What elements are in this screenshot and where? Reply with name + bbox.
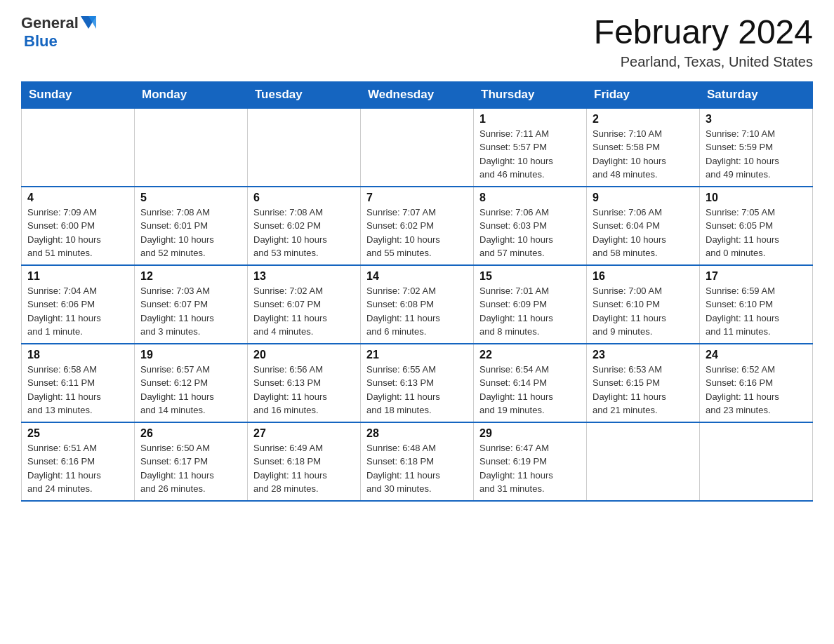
calendar-cell: 8Sunrise: 7:06 AM Sunset: 6:03 PM Daylig… (474, 187, 587, 265)
day-number: 9 (593, 192, 694, 204)
calendar-cell: 29Sunrise: 6:47 AM Sunset: 6:19 PM Dayli… (474, 422, 587, 501)
calendar-cell: 28Sunrise: 6:48 AM Sunset: 6:18 PM Dayli… (361, 422, 474, 501)
title-block: February 2024 Pearland, Texas, United St… (594, 14, 813, 70)
calendar-cell: 4Sunrise: 7:09 AM Sunset: 6:00 PM Daylig… (22, 187, 135, 265)
week-row-4: 18Sunrise: 6:58 AM Sunset: 6:11 PM Dayli… (22, 344, 813, 422)
logo: General Blue (21, 14, 96, 51)
calendar-cell: 2Sunrise: 7:10 AM Sunset: 5:58 PM Daylig… (587, 108, 700, 187)
calendar-cell: 20Sunrise: 6:56 AM Sunset: 6:13 PM Dayli… (248, 344, 361, 422)
day-header-friday: Friday (587, 81, 700, 108)
day-header-saturday: Saturday (700, 81, 813, 108)
calendar-cell: 14Sunrise: 7:02 AM Sunset: 6:08 PM Dayli… (361, 265, 474, 344)
day-number: 22 (479, 349, 581, 361)
week-row-5: 25Sunrise: 6:51 AM Sunset: 6:16 PM Dayli… (22, 422, 813, 501)
day-info: Sunrise: 7:06 AM Sunset: 6:04 PM Dayligh… (593, 206, 694, 260)
calendar-cell: 27Sunrise: 6:49 AM Sunset: 6:18 PM Dayli… (248, 422, 361, 501)
day-info: Sunrise: 7:07 AM Sunset: 6:02 PM Dayligh… (366, 206, 468, 260)
day-number: 18 (27, 349, 128, 361)
day-info: Sunrise: 6:55 AM Sunset: 6:13 PM Dayligh… (366, 363, 468, 417)
calendar-cell: 23Sunrise: 6:53 AM Sunset: 6:15 PM Dayli… (587, 344, 700, 422)
day-info: Sunrise: 6:48 AM Sunset: 6:18 PM Dayligh… (366, 441, 468, 496)
calendar-cell: 5Sunrise: 7:08 AM Sunset: 6:01 PM Daylig… (135, 187, 248, 265)
day-number: 2 (593, 113, 694, 126)
day-number: 13 (253, 270, 355, 283)
day-number: 12 (140, 270, 241, 283)
day-number: 27 (253, 427, 355, 440)
day-info: Sunrise: 7:10 AM Sunset: 5:58 PM Dayligh… (593, 127, 694, 182)
calendar-cell (361, 108, 474, 187)
day-info: Sunrise: 7:06 AM Sunset: 6:03 PM Dayligh… (479, 206, 581, 260)
calendar-cell: 21Sunrise: 6:55 AM Sunset: 6:13 PM Dayli… (361, 344, 474, 422)
day-number: 19 (140, 349, 241, 361)
day-number: 7 (366, 192, 468, 204)
day-number: 17 (706, 270, 807, 283)
calendar-cell: 25Sunrise: 6:51 AM Sunset: 6:16 PM Dayli… (22, 422, 135, 501)
day-info: Sunrise: 7:00 AM Sunset: 6:10 PM Dayligh… (593, 284, 694, 339)
day-number: 25 (27, 427, 128, 440)
day-info: Sunrise: 7:08 AM Sunset: 6:01 PM Dayligh… (140, 206, 241, 260)
day-number: 1 (479, 113, 581, 126)
calendar-cell: 15Sunrise: 7:01 AM Sunset: 6:09 PM Dayli… (474, 265, 587, 344)
day-number: 23 (593, 349, 694, 361)
day-number: 14 (366, 270, 468, 283)
day-number: 28 (366, 427, 468, 440)
calendar-cell: 7Sunrise: 7:07 AM Sunset: 6:02 PM Daylig… (361, 187, 474, 265)
calendar-cell (22, 108, 135, 187)
day-number: 5 (140, 192, 241, 204)
day-number: 20 (253, 349, 355, 361)
calendar-cell: 19Sunrise: 6:57 AM Sunset: 6:12 PM Dayli… (135, 344, 248, 422)
calendar-cell: 9Sunrise: 7:06 AM Sunset: 6:04 PM Daylig… (587, 187, 700, 265)
calendar-cell (135, 108, 248, 187)
day-number: 26 (140, 427, 241, 440)
day-number: 4 (27, 192, 128, 204)
page-header: General Blue February 2024 Pearland, Tex… (21, 14, 813, 70)
week-row-2: 4Sunrise: 7:09 AM Sunset: 6:00 PM Daylig… (22, 187, 813, 265)
day-info: Sunrise: 6:50 AM Sunset: 6:17 PM Dayligh… (140, 441, 241, 496)
day-number: 6 (253, 192, 355, 204)
day-number: 11 (27, 270, 128, 283)
day-info: Sunrise: 6:49 AM Sunset: 6:18 PM Dayligh… (253, 441, 355, 496)
day-info: Sunrise: 6:51 AM Sunset: 6:16 PM Dayligh… (27, 441, 128, 496)
day-info: Sunrise: 6:54 AM Sunset: 6:14 PM Dayligh… (479, 363, 581, 417)
day-header-sunday: Sunday (22, 81, 135, 108)
calendar-cell (587, 422, 700, 501)
day-info: Sunrise: 7:11 AM Sunset: 5:57 PM Dayligh… (479, 127, 581, 182)
week-row-1: 1Sunrise: 7:11 AM Sunset: 5:57 PM Daylig… (22, 108, 813, 187)
calendar-cell (248, 108, 361, 187)
calendar-cell: 26Sunrise: 6:50 AM Sunset: 6:17 PM Dayli… (135, 422, 248, 501)
day-header-tuesday: Tuesday (248, 81, 361, 108)
calendar-table: SundayMondayTuesdayWednesdayThursdayFrid… (21, 81, 813, 502)
calendar-cell: 11Sunrise: 7:04 AM Sunset: 6:06 PM Dayli… (22, 265, 135, 344)
logo-text-general: General (21, 14, 79, 32)
calendar-cell (700, 422, 813, 501)
day-number: 15 (479, 270, 581, 283)
day-header-thursday: Thursday (474, 81, 587, 108)
day-info: Sunrise: 6:57 AM Sunset: 6:12 PM Dayligh… (140, 363, 241, 417)
calendar-cell: 10Sunrise: 7:05 AM Sunset: 6:05 PM Dayli… (700, 187, 813, 265)
day-info: Sunrise: 6:52 AM Sunset: 6:16 PM Dayligh… (706, 363, 807, 417)
logo-text-blue: Blue (24, 32, 58, 51)
day-info: Sunrise: 7:03 AM Sunset: 6:07 PM Dayligh… (140, 284, 241, 339)
day-number: 3 (706, 113, 807, 126)
day-info: Sunrise: 6:47 AM Sunset: 6:19 PM Dayligh… (479, 441, 581, 496)
day-number: 16 (593, 270, 694, 283)
day-info: Sunrise: 7:10 AM Sunset: 5:59 PM Dayligh… (706, 127, 807, 182)
calendar-cell: 22Sunrise: 6:54 AM Sunset: 6:14 PM Dayli… (474, 344, 587, 422)
day-info: Sunrise: 6:53 AM Sunset: 6:15 PM Dayligh… (593, 363, 694, 417)
calendar-cell: 6Sunrise: 7:08 AM Sunset: 6:02 PM Daylig… (248, 187, 361, 265)
day-number: 10 (706, 192, 807, 204)
day-info: Sunrise: 7:08 AM Sunset: 6:02 PM Dayligh… (253, 206, 355, 260)
location: Pearland, Texas, United States (594, 54, 813, 70)
calendar-cell: 16Sunrise: 7:00 AM Sunset: 6:10 PM Dayli… (587, 265, 700, 344)
calendar-cell: 24Sunrise: 6:52 AM Sunset: 6:16 PM Dayli… (700, 344, 813, 422)
calendar-cell: 18Sunrise: 6:58 AM Sunset: 6:11 PM Dayli… (22, 344, 135, 422)
week-row-3: 11Sunrise: 7:04 AM Sunset: 6:06 PM Dayli… (22, 265, 813, 344)
calendar-cell: 3Sunrise: 7:10 AM Sunset: 5:59 PM Daylig… (700, 108, 813, 187)
day-info: Sunrise: 7:04 AM Sunset: 6:06 PM Dayligh… (27, 284, 128, 339)
month-title: February 2024 (594, 14, 813, 51)
day-info: Sunrise: 7:02 AM Sunset: 6:08 PM Dayligh… (366, 284, 468, 339)
calendar-cell: 13Sunrise: 7:02 AM Sunset: 6:07 PM Dayli… (248, 265, 361, 344)
day-header-wednesday: Wednesday (361, 81, 474, 108)
day-number: 21 (366, 349, 468, 361)
day-info: Sunrise: 6:58 AM Sunset: 6:11 PM Dayligh… (27, 363, 128, 417)
